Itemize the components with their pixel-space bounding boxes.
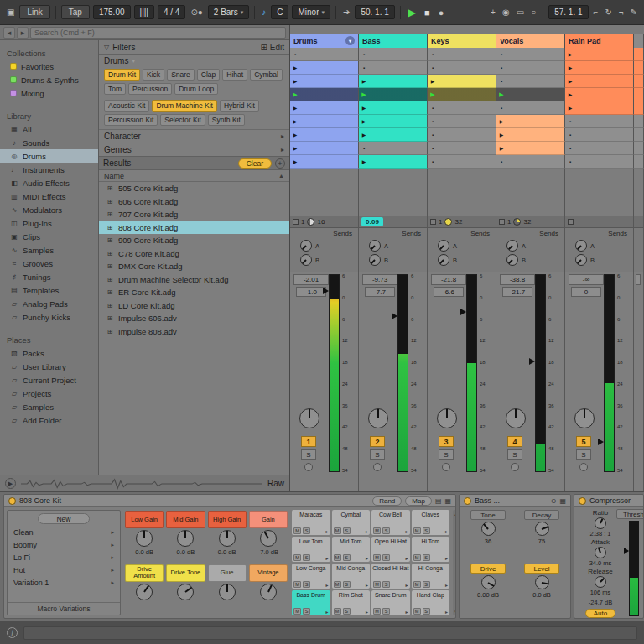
arrangement-record-button[interactable]: ●	[436, 8, 447, 18]
clip-play-icon[interactable]: ▶	[428, 79, 438, 84]
macro-knob[interactable]	[177, 584, 194, 600]
param-value[interactable]: 75	[538, 538, 545, 545]
clip-play-icon[interactable]: ▶	[496, 119, 506, 124]
pad-solo-button[interactable]: S	[343, 527, 351, 534]
macro-value[interactable]: 0.0 dB	[135, 548, 153, 556]
browser-section-header-places[interactable]: Places	[0, 334, 98, 346]
clip-slot[interactable]: ▶	[359, 155, 428, 169]
clip-stop-button[interactable]	[499, 219, 505, 225]
track-menu-icon[interactable]: ▾	[345, 36, 355, 45]
threshold-meter[interactable]	[629, 521, 639, 616]
threshold-value[interactable]: -24.7 dB	[589, 599, 612, 606]
clip-slot[interactable]: ▪	[565, 155, 634, 169]
clip-play-icon[interactable]: ▶	[290, 79, 300, 84]
scale-menu[interactable]: Minor▾	[292, 5, 330, 19]
show-pads-icon[interactable]: ▦	[444, 497, 451, 505]
arm-button[interactable]	[442, 463, 450, 471]
macro-value[interactable]: -7.0 dB	[258, 548, 278, 556]
clip-slot[interactable]: ▪	[565, 142, 634, 155]
clip-play-icon[interactable]: ▶	[428, 91, 438, 97]
pad-solo-button[interactable]: S	[343, 608, 351, 615]
filter-tag-kick[interactable]: Kick	[143, 69, 164, 80]
pad-play-icon[interactable]: ▸	[405, 609, 408, 615]
pad-mute-button[interactable]: M	[373, 581, 381, 588]
clip-slot[interactable]: ▶	[359, 75, 428, 88]
variation-clean[interactable]: Clean▸	[8, 526, 120, 538]
clip-slot[interactable]: ▶	[359, 88, 428, 101]
overdub-plus-button[interactable]: +	[489, 8, 497, 17]
pad-mute-button[interactable]: M	[334, 527, 341, 534]
scroll-down-icon[interactable]: ▾	[454, 609, 455, 614]
tap-tempo-button[interactable]: Tap	[61, 5, 90, 19]
clip-stop-icon[interactable]: ▪	[565, 119, 575, 124]
sidebar-item-modulators[interactable]: ∿Modulators	[0, 203, 98, 216]
scroll-up-icon[interactable]: ▴	[454, 512, 455, 517]
sidebar-item-current-project[interactable]: ▱Current Project	[0, 373, 98, 387]
track-header-drums[interactable]: Drums▾	[290, 34, 359, 48]
pad-play-icon[interactable]: ▸	[445, 582, 448, 588]
pad-mute-button[interactable]: M	[413, 608, 421, 615]
clip-stop-button[interactable]	[430, 219, 436, 225]
pad-mute-button[interactable]: M	[334, 581, 341, 588]
new-variation-button[interactable]: New	[38, 513, 90, 524]
pad-play-icon[interactable]: ▸	[445, 555, 448, 561]
volume-fader-handle[interactable]	[323, 288, 329, 294]
macro-knob[interactable]	[219, 584, 236, 600]
pad-play-icon[interactable]: ▸	[366, 555, 368, 561]
pad-solo-button[interactable]: S	[423, 608, 430, 615]
capture-midi-button[interactable]: ○	[529, 8, 538, 17]
drum-pad-hi-tom[interactable]: Hi TomMS▸	[412, 537, 450, 562]
sidebar-item-samples[interactable]: ▱Samples	[0, 400, 98, 413]
clip-stop-icon[interactable]: ▪	[428, 119, 438, 124]
sort-ascending-icon[interactable]: ▲	[278, 173, 284, 179]
macro-knob[interactable]	[260, 584, 277, 600]
browser-forward-button[interactable]: ▸	[17, 27, 29, 39]
sidebar-item-projects[interactable]: ▱Projects	[0, 387, 98, 400]
macro-knob[interactable]	[177, 530, 194, 547]
macro-value[interactable]: 0.0 dB	[218, 548, 236, 556]
pad-mute-button[interactable]: M	[293, 581, 301, 588]
play-button[interactable]: ▶	[406, 7, 418, 18]
result-item-dmx-core-kit-adg[interactable]: ⊞DMX Core Kit.adg	[99, 260, 289, 273]
clip-slot[interactable]: ▶	[496, 128, 565, 142]
drum-pad-low-tom[interactable]: Low TomMS▸	[292, 537, 330, 562]
pad-mute-button[interactable]: M	[293, 527, 301, 534]
pad-solo-button[interactable]: S	[382, 554, 390, 561]
peak-display[interactable]: 0	[571, 287, 601, 297]
param-value[interactable]: 2.38 : 1	[589, 530, 610, 538]
rand-button[interactable]: Rand	[372, 496, 402, 506]
variation-hot[interactable]: Hot▸	[8, 564, 120, 576]
pan-knob[interactable]	[299, 408, 319, 428]
param-knob[interactable]	[595, 547, 606, 558]
clip-slot[interactable]: ▶	[428, 75, 496, 88]
clip-slot[interactable]: ▪	[565, 115, 634, 128]
pad-solo-button[interactable]: S	[343, 581, 351, 588]
clip-slot[interactable]: ▶	[359, 128, 428, 142]
device-activator-button[interactable]	[8, 497, 16, 505]
clip-stop-icon[interactable]: ▪	[496, 79, 506, 84]
clip-slot[interactable]: ▪	[290, 48, 359, 61]
send-knob-a[interactable]	[369, 240, 381, 252]
drum-pad-hi-conga[interactable]: Hi CongaMS▸	[412, 564, 450, 589]
auto-button[interactable]: Auto	[585, 609, 615, 618]
clip-play-icon[interactable]: ▶	[359, 132, 369, 138]
volume-display[interactable]: -21.8	[431, 274, 466, 285]
clear-filters-button[interactable]: Clear	[238, 158, 272, 169]
browser-section-header-collections[interactable]: Collections	[0, 47, 98, 60]
clip-slot[interactable]: ▶	[290, 128, 359, 142]
drum-pad-rim-shot[interactable]: Rim ShotMS▸	[332, 590, 371, 615]
filter-tag-drum-kit[interactable]: Drum Kit	[104, 69, 140, 80]
clip-stop-icon[interactable]: ▪	[359, 146, 369, 151]
follow-button[interactable]: ➔	[341, 8, 351, 17]
clip-play-icon[interactable]: ▶	[359, 106, 369, 111]
clip-stop-icon[interactable]: ▪	[359, 65, 369, 70]
result-item-707-core-kit-adg[interactable]: ⊞707 Core Kit.adg	[99, 208, 289, 221]
result-item-ld-core-kit-adg[interactable]: ⊞LD Core Kit.adg	[99, 299, 289, 313]
result-item-505-core-kit-adg[interactable]: ⊞505 Core Kit.adg	[99, 182, 289, 195]
filter-tag-clap[interactable]: Clap	[197, 69, 220, 80]
loop-button[interactable]: ↻	[603, 8, 613, 17]
pad-play-icon[interactable]: ▸	[445, 528, 448, 534]
sidebar-item-instruments[interactable]: ♩Instruments	[0, 163, 98, 176]
clip-stop-icon[interactable]: ▪	[428, 106, 438, 111]
clip-slot[interactable]: ▶	[290, 75, 359, 88]
